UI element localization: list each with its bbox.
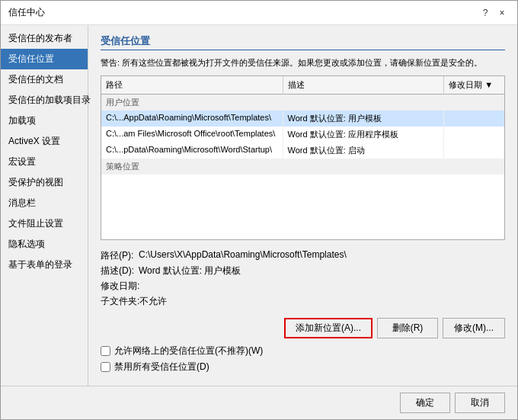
disable-all-row: 禁用所有受信任位置(D) [101, 361, 505, 374]
table-row[interactable]: C:\...AppData\Roaming\Microsoft\Template… [101, 111, 504, 127]
sidebar-item-addins[interactable]: 加载项 [1, 111, 88, 131]
title-bar: 信任中心 ? × [1, 1, 517, 25]
cancel-button[interactable]: 取消 [455, 393, 505, 413]
disable-all-checkbox[interactable] [101, 362, 110, 372]
title-bar-buttons: ? × [478, 5, 510, 21]
desc-row: 描述(D): Word 默认位置: 用户模板 [101, 265, 505, 277]
sidebar-item-activex[interactable]: ActiveX 设置 [1, 131, 88, 152]
sidebar-item-message-bar[interactable]: 消息栏 [1, 193, 88, 213]
ok-button[interactable]: 确定 [400, 393, 450, 413]
cell-path: C:\...am Files\Microsoft Office\root\Tem… [101, 127, 283, 143]
sidebar-item-macro[interactable]: 宏设置 [1, 152, 88, 172]
sidebar-item-trusted-addins[interactable]: 受信任的加载项目录 [1, 90, 88, 111]
user-locations-label: 用户位置 [101, 94, 504, 111]
modified-label: 修改日期: [101, 280, 139, 293]
cell-date [444, 111, 504, 127]
main-content: 受信任位置 警告: 所有这些位置都被视为打开文件的受信任来源。如果您更改或添加位… [88, 25, 517, 386]
footer-buttons: 确定 取消 [1, 386, 517, 419]
info-section: 路径(P): C:\Users\X\AppData\Roaming\Micros… [101, 246, 505, 310]
trusted-table: 路径 描述 修改日期 ▼ 用户位置 C:\...AppData\Roaming\… [101, 76, 504, 175]
trusted-table-wrapper: 路径 描述 修改日期 ▼ 用户位置 C:\...AppData\Roaming\… [101, 75, 505, 241]
col-header-desc[interactable]: 描述 [283, 76, 444, 95]
section-title: 受信任位置 [101, 34, 505, 50]
table-row[interactable]: C:\...am Files\Microsoft Office\root\Tem… [101, 127, 504, 143]
allow-network-label: 允许网络上的受信任位置(不推荐)(W) [114, 345, 263, 357]
path-row: 路径(P): C:\Users\X\AppData\Roaming\Micros… [101, 249, 505, 262]
sidebar-item-trusted-documents[interactable]: 受信任的文档 [1, 69, 88, 90]
dialog-title: 信任中心 [8, 6, 45, 19]
cell-date [444, 143, 504, 159]
sidebar-item-protected-view[interactable]: 受保护的视图 [1, 172, 88, 193]
cell-desc: Word 默认位置: 启动 [283, 143, 444, 159]
subfile-label: 子文件夹: [101, 295, 139, 308]
subfile-value: 不允许 [139, 295, 167, 308]
add-location-button[interactable]: 添加新位置(A)... [284, 318, 373, 338]
path-label: 路径(P): [101, 249, 139, 262]
cell-path: C:\...pData\Roaming\Microsoft\Word\Start… [101, 143, 283, 159]
table-row[interactable]: C:\...pData\Roaming\Microsoft\Word\Start… [101, 143, 504, 159]
warning-text: 警告: 所有这些位置都被视为打开文件的受信任来源。如果您更改或添加位置，请确保新… [101, 56, 505, 69]
col-header-date[interactable]: 修改日期 ▼ [444, 76, 504, 95]
action-row: 添加新位置(A)... 删除(R) 修改(M)... [101, 318, 505, 338]
sidebar-item-trusted-locations[interactable]: 受信任位置 [1, 49, 88, 69]
sidebar-item-trusted-publishers[interactable]: 受信任的发布者 [1, 28, 88, 49]
subfile-row: 子文件夹: 不允许 [101, 295, 505, 308]
sidebar-item-file-block[interactable]: 文件阻止设置 [1, 213, 88, 234]
modified-row: 修改日期: [101, 280, 505, 293]
allow-network-checkbox[interactable] [101, 346, 110, 356]
cell-desc: Word 默认位置: 用户模板 [283, 111, 444, 127]
cell-path: C:\...AppData\Roaming\Microsoft\Template… [101, 111, 283, 127]
path-value: C:\Users\X\AppData\Roaming\Microsoft\Tem… [139, 249, 347, 260]
close-button[interactable]: × [494, 5, 510, 21]
dialog-body: 受信任的发布者受信任位置受信任的文档受信任的加载项目录加载项ActiveX 设置… [1, 25, 517, 386]
col-header-path[interactable]: 路径 [101, 76, 283, 95]
cell-desc: Word 默认位置: 应用程序模板 [283, 127, 444, 143]
table-header-row: 路径 描述 修改日期 ▼ [101, 76, 504, 95]
sidebar-item-form-login[interactable]: 基于表单的登录 [1, 255, 88, 275]
dialog: 信任中心 ? × 受信任的发布者受信任位置受信任的文档受信任的加载项目录加载项A… [0, 0, 518, 420]
delete-button[interactable]: 删除(R) [377, 318, 438, 338]
checkboxes-area: 允许网络上的受信任位置(不推荐)(W) 禁用所有受信任位置(D) [101, 345, 505, 377]
modify-button[interactable]: 修改(M)... [443, 318, 505, 338]
cell-date [444, 127, 504, 143]
disable-all-label: 禁用所有受信任位置(D) [114, 361, 209, 374]
desc-value: Word 默认位置: 用户模板 [139, 265, 241, 277]
help-button[interactable]: ? [478, 5, 493, 21]
allow-network-row: 允许网络上的受信任位置(不推荐)(W) [101, 345, 505, 357]
sidebar: 受信任的发布者受信任位置受信任的文档受信任的加载项目录加载项ActiveX 设置… [1, 25, 88, 386]
sidebar-item-privacy[interactable]: 隐私选项 [1, 234, 88, 255]
desc-label: 描述(D): [101, 265, 139, 277]
policy-locations-label: 策略位置 [101, 159, 504, 175]
